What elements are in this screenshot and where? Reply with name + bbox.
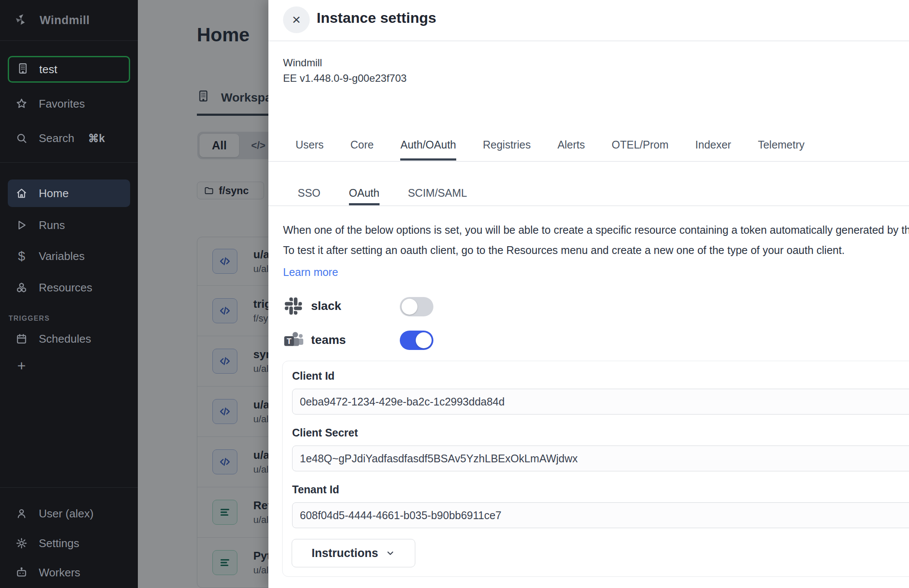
sidebar-item-user[interactable]: User (alex) xyxy=(8,501,130,526)
learn-more-link[interactable]: Learn more xyxy=(283,266,338,279)
settings-tabs: Users Core Auth/OAuth Registries Alerts … xyxy=(296,139,805,161)
description-line: When one of the below options is set, yo… xyxy=(283,220,909,240)
windmill-logo-icon xyxy=(13,12,28,29)
modal-backdrop[interactable] xyxy=(138,0,268,588)
sidebar-item-settings[interactable]: Settings xyxy=(8,531,130,556)
tab-registries[interactable]: Registries xyxy=(483,139,531,161)
home-icon xyxy=(16,187,28,199)
client-secret-label: Client Secret xyxy=(292,427,358,439)
close-icon: × xyxy=(292,12,301,27)
sidebar-item-label: Runs xyxy=(39,219,65,232)
star-icon xyxy=(16,98,28,110)
tab-users[interactable]: Users xyxy=(296,139,324,161)
building-icon xyxy=(17,62,29,76)
sidebar-item-home[interactable]: Home xyxy=(8,179,130,207)
gear-icon xyxy=(16,537,28,549)
instructions-button[interactable]: Instructions xyxy=(292,539,415,567)
tenant-id-input[interactable] xyxy=(292,502,909,528)
slack-toggle[interactable] xyxy=(400,297,433,316)
add-trigger-button[interactable]: + xyxy=(8,353,130,378)
version-info: Windmill EE v1.448.0-9-g00e23f703 xyxy=(283,55,407,86)
sidebar-divider xyxy=(0,487,138,488)
sidebar: Windmill test Favorites xyxy=(0,0,138,588)
sidebar-item-workers[interactable]: Workers xyxy=(8,560,130,585)
drawer-divider xyxy=(268,40,909,41)
teams-icon: T xyxy=(283,330,304,351)
sidebar-item-variables[interactable]: $ Variables xyxy=(8,244,130,269)
tab-indexer[interactable]: Indexer xyxy=(695,139,731,161)
sidebar-item-label: Favorites xyxy=(39,97,85,111)
search-shortcut: ⌘k xyxy=(88,132,105,145)
auth-subtabs: SSO OAuth SCIM/SAML xyxy=(298,187,467,205)
sidebar-item-label: Schedules xyxy=(39,332,91,346)
tab-core[interactable]: Core xyxy=(350,139,374,161)
svg-text:T: T xyxy=(287,337,292,346)
oauth-description: When one of the below options is set, yo… xyxy=(283,220,909,260)
sidebar-item-favorites[interactable]: Favorites xyxy=(8,91,130,116)
calendar-icon xyxy=(16,333,28,345)
sidebar-item-label: Resources xyxy=(39,281,92,294)
tabs-divider xyxy=(268,161,909,162)
sidebar-divider xyxy=(0,162,138,163)
slack-icon xyxy=(285,297,302,316)
toggle-knob xyxy=(416,332,432,348)
tab-alerts[interactable]: Alerts xyxy=(557,139,585,161)
sidebar-item-label: Settings xyxy=(39,537,79,550)
boxes-icon xyxy=(16,282,28,294)
description-line: To test it after setting an oauth client… xyxy=(283,240,909,260)
tenant-id-label: Tenant Id xyxy=(292,483,339,496)
slack-provider-label: slack xyxy=(311,299,341,313)
sidebar-item-search[interactable]: Search ⌘k xyxy=(8,126,130,151)
subtab-scim-saml[interactable]: SCIM/SAML xyxy=(408,187,467,205)
sidebar-divider xyxy=(0,40,138,41)
plus-icon: + xyxy=(16,359,28,371)
teams-toggle[interactable] xyxy=(400,331,433,350)
toggle-knob xyxy=(402,299,417,315)
sidebar-item-runs[interactable]: Runs xyxy=(8,213,130,238)
workspace-name: test xyxy=(39,63,57,76)
triggers-section-label: TRIGGERS xyxy=(9,315,50,322)
search-icon xyxy=(16,132,28,144)
tab-auth-oauth[interactable]: Auth/OAuth xyxy=(400,139,456,161)
app-logo: Windmill xyxy=(0,0,138,40)
subtabs-divider xyxy=(268,205,909,206)
client-id-input[interactable] xyxy=(292,389,909,415)
robot-icon xyxy=(16,566,28,579)
user-icon xyxy=(16,508,28,520)
subtab-sso[interactable]: SSO xyxy=(298,187,321,205)
sidebar-item-label: Workers xyxy=(39,566,80,579)
workspace-selector[interactable]: test xyxy=(8,56,130,83)
sidebar-item-label: User (alex) xyxy=(39,507,93,520)
sidebar-item-resources[interactable]: Resources xyxy=(8,275,130,300)
play-icon xyxy=(16,219,28,231)
tab-otel-prom[interactable]: OTEL/Prom xyxy=(612,139,669,161)
app-name: Windmill xyxy=(40,14,90,27)
sidebar-item-label: Home xyxy=(39,187,68,200)
client-secret-input[interactable] xyxy=(292,446,909,471)
teams-config-card: Client Id Client Secret Tenant Id Instru… xyxy=(282,361,909,577)
instructions-label: Instructions xyxy=(311,547,378,560)
tab-telemetry[interactable]: Telemetry xyxy=(758,139,804,161)
sidebar-item-label: Variables xyxy=(39,250,84,263)
instance-settings-drawer: × Instance settings Windmill EE v1.448.0… xyxy=(268,0,909,588)
drawer-title: Instance settings xyxy=(317,9,436,26)
dollar-icon: $ xyxy=(16,250,28,262)
client-id-label: Client Id xyxy=(292,370,335,382)
sidebar-item-label: Search xyxy=(39,132,74,145)
app-name: Windmill xyxy=(283,55,407,71)
teams-provider-label: teams xyxy=(311,333,346,347)
subtab-oauth[interactable]: OAuth xyxy=(349,187,380,205)
chevron-down-icon xyxy=(385,548,395,558)
close-button[interactable]: × xyxy=(283,6,310,33)
version-string: EE v1.448.0-9-g00e23f703 xyxy=(283,71,407,86)
sidebar-item-schedules[interactable]: Schedules xyxy=(8,326,130,351)
